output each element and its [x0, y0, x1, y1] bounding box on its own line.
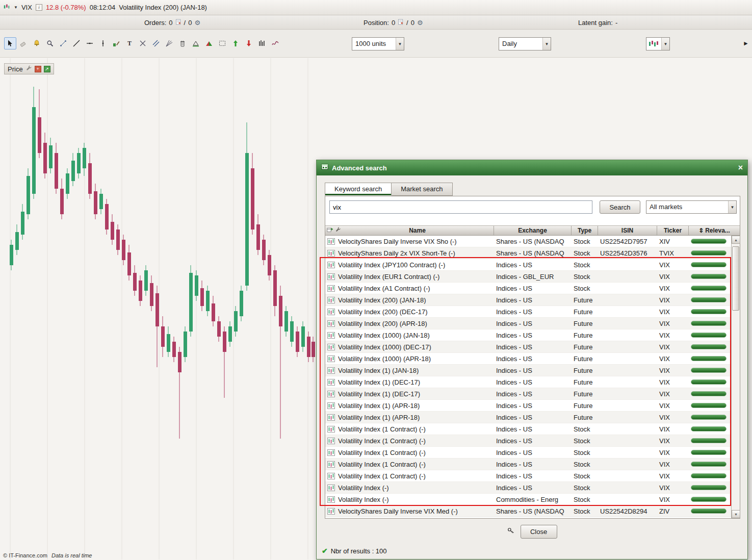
- zoom-area-tool-icon[interactable]: [216, 37, 228, 49]
- table-row[interactable]: Volatility Index (1) (APR-18) Indices - …: [325, 400, 731, 412]
- segment-tool-icon[interactable]: [57, 37, 69, 49]
- table-row[interactable]: Volatility Index (200) (JAN-18) Indices …: [325, 294, 731, 306]
- close-button[interactable]: Close: [521, 525, 557, 539]
- sell-arrow-tool-icon[interactable]: [243, 37, 255, 49]
- column-header-exchange[interactable]: Exchange: [494, 226, 572, 235]
- table-row[interactable]: VelocityShares Daily Inverse VIX Sho (-)…: [325, 236, 731, 247]
- table-row[interactable]: Volatility Index (200) (DEC-17) Indices …: [325, 306, 731, 318]
- multi-line-tool-icon[interactable]: [163, 37, 175, 49]
- chevron-down-icon[interactable]: ▼: [396, 38, 404, 50]
- table-row[interactable]: Volatility Index (1000) (APR-18) Indices…: [325, 353, 731, 365]
- text-tool-icon[interactable]: T: [123, 37, 136, 49]
- toolbar-overflow-arrow-icon[interactable]: ►: [743, 40, 749, 47]
- tab-keyword-search[interactable]: Keyword search: [325, 183, 392, 196]
- search-button[interactable]: Search: [600, 200, 640, 214]
- tab-market-search[interactable]: Market search: [392, 183, 452, 196]
- delete-tool-icon[interactable]: [176, 37, 189, 49]
- column-header-type[interactable]: Type: [572, 226, 598, 235]
- vertical-line-tool-icon[interactable]: [97, 37, 109, 49]
- add-pane-icon[interactable]: +: [35, 66, 41, 72]
- chevron-down-icon[interactable]: ▼: [542, 38, 551, 50]
- chevron-down-icon[interactable]: ▼: [728, 201, 736, 213]
- table-row[interactable]: Volatility Index (1) (JAN-18) Indices - …: [325, 365, 731, 376]
- maximize-pane-icon[interactable]: ↗: [44, 66, 50, 72]
- relevance-bar: [691, 286, 727, 291]
- scrollbar-thumb[interactable]: [732, 246, 739, 311]
- position-list-icon[interactable]: [398, 19, 404, 27]
- table-row[interactable]: Volatility Index (1) (APR-18) Indices - …: [325, 412, 731, 423]
- buy-arrow-tool-icon[interactable]: [229, 37, 242, 49]
- scroll-up-icon[interactable]: ▲: [732, 236, 740, 244]
- row-name: VelocityShares Daily Inverse VIX Sho (-): [338, 238, 457, 245]
- table-row[interactable]: Volatility Index (-) Indices - US Stock …: [325, 482, 731, 494]
- candlestick-chart: [0, 0, 316, 560]
- wedge-pattern-tool-icon[interactable]: [203, 37, 215, 49]
- table-row[interactable]: Volatility Index (1000) (JAN-18) Indices…: [325, 329, 731, 341]
- close-icon[interactable]: ×: [738, 164, 743, 172]
- instrument-dropdown-caret[interactable]: ▼: [14, 5, 18, 10]
- mini-chart-icon: [327, 485, 335, 491]
- instrument-info-icon[interactable]: i: [36, 4, 42, 11]
- market-filter-dropdown[interactable]: All markets ▼: [646, 200, 737, 214]
- horizontal-line-tool-icon[interactable]: [84, 37, 96, 49]
- cross-lines-tool-icon[interactable]: [137, 37, 149, 49]
- results-scrollbar[interactable]: ▲ ▼: [731, 236, 740, 518]
- table-row[interactable]: Volatility Index (200) (APR-18) Indices …: [325, 318, 731, 329]
- chart-style-dropdown[interactable]: ▼: [646, 37, 670, 50]
- table-row[interactable]: Volatility Index (EUR1 Contract) (-) Ind…: [325, 271, 731, 283]
- row-name: Volatility Index (EUR1 Contract) (-): [338, 273, 439, 281]
- table-row[interactable]: Volatility Index (1 Contract) (-) Indice…: [325, 459, 731, 470]
- scroll-down-icon[interactable]: ▼: [732, 510, 740, 518]
- table-row[interactable]: Volatility Index (-) Commodities - Energ…: [325, 494, 731, 505]
- table-row[interactable]: Volatility Index (1000) (DEC-17) Indices…: [325, 341, 731, 353]
- table-row[interactable]: Volatility Index (A1 Contract) (-) Indic…: [325, 283, 731, 294]
- wrench-icon[interactable]: [335, 226, 341, 235]
- table-row[interactable]: Volatility Index (1) (DEC-17) Indices - …: [325, 376, 731, 388]
- chevron-down-icon[interactable]: ▼: [661, 38, 669, 50]
- table-row[interactable]: Volatility Index (1 Contract) (-) Indice…: [325, 435, 731, 447]
- cursor-tool-icon[interactable]: [4, 37, 16, 49]
- search-input[interactable]: [329, 200, 592, 214]
- table-row[interactable]: VelocityShares Daily 2x VIX Short-Te (-)…: [325, 247, 731, 259]
- channel-tool-icon[interactable]: [150, 37, 162, 49]
- column-header-relevance[interactable]: ⇕ Releva...: [689, 226, 740, 235]
- timeframe-dropdown[interactable]: Daily ▼: [499, 37, 551, 50]
- column-header-name[interactable]: Name: [325, 226, 494, 235]
- draw-indicator-tool-icon[interactable]: [110, 37, 122, 49]
- table-row[interactable]: Volatility Index (1 Contract) (-) Indice…: [325, 470, 731, 482]
- trendline-tool-icon[interactable]: [70, 37, 83, 49]
- position-settings-icon[interactable]: ⚙: [417, 19, 423, 27]
- quantity-dropdown[interactable]: 1000 units ▼: [352, 37, 404, 50]
- orders-settings-icon[interactable]: ⚙: [194, 19, 200, 27]
- row-type: Stock: [572, 437, 598, 445]
- row-name: Volatility Index (-): [338, 496, 389, 503]
- price-pane-header[interactable]: Price + ↗: [4, 63, 54, 74]
- column-header-isin[interactable]: ISIN: [598, 226, 657, 235]
- table-row[interactable]: Volatility Index (1 Contract) (-) Indice…: [325, 447, 731, 459]
- instrument-header: ▼ VIX i 12.8 (-0.78%) 08:12:04 Volatilit…: [0, 0, 752, 15]
- row-type: Stock: [572, 472, 598, 480]
- eraser-tool-icon[interactable]: [17, 37, 30, 49]
- tick-bars-tool-icon[interactable]: [256, 37, 268, 49]
- zoom-tool-icon[interactable]: [44, 37, 56, 49]
- instrument-symbol[interactable]: VIX: [21, 4, 32, 11]
- table-row[interactable]: Volatility Index (JPY100 Contract) (-) I…: [325, 259, 731, 271]
- add-column-icon[interactable]: [327, 226, 333, 235]
- row-name: Volatility Index (1) (APR-18): [338, 414, 420, 421]
- row-exchange: Indices - US: [494, 484, 572, 492]
- alert-bell-icon[interactable]: [31, 37, 43, 49]
- table-row[interactable]: Volatility Index (1) (DEC-17) Indices - …: [325, 388, 731, 400]
- row-type: Stock: [572, 507, 598, 515]
- dialog-titlebar[interactable]: Advanced search ×: [317, 160, 747, 175]
- column-header-ticker[interactable]: Ticker: [657, 226, 689, 235]
- mini-chart-icon: [327, 402, 335, 409]
- mini-chart-icon: [327, 262, 335, 268]
- orders-list-icon[interactable]: [175, 19, 181, 27]
- table-row[interactable]: Volatility Index (1 Contract) (-) Indice…: [325, 423, 731, 435]
- wrench-icon[interactable]: [25, 65, 32, 73]
- indicator-curve-tool-icon[interactable]: [269, 37, 281, 49]
- table-row[interactable]: VelocityShares Daily Inverse VIX Med (-)…: [325, 505, 731, 517]
- triangle-pattern-tool-icon[interactable]: [190, 37, 202, 49]
- row-name: Volatility Index (1 Contract) (-): [338, 472, 426, 480]
- timeframe-value: Daily: [499, 38, 542, 50]
